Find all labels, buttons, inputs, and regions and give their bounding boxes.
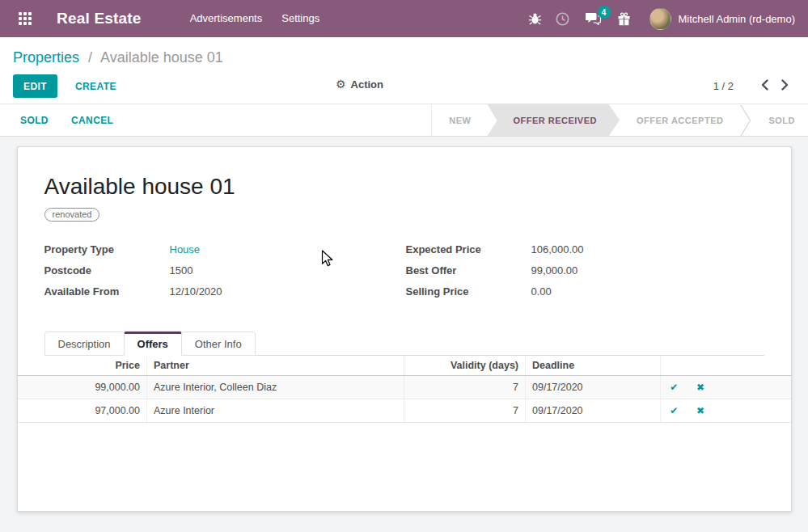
field-property-type: Property Type House [44, 243, 406, 255]
field-available-from: Available From 12/10/2020 [44, 285, 406, 298]
form-view-background: Available house 01 renovated Property Ty… [0, 146, 808, 532]
property-type-link[interactable]: House [170, 243, 201, 255]
gear-icon: ⚙ [336, 78, 346, 91]
control-panel: Properties / Available house 01 EDIT CRE… [0, 37, 808, 104]
stage-separator-icon [740, 104, 751, 136]
cancel-button[interactable]: CANCEL [71, 115, 113, 126]
stage-offer-received[interactable]: OFFER RECEIVED [487, 104, 620, 136]
sold-button[interactable]: SOLD [20, 115, 49, 126]
breadcrumb: Properties / Available house 01 [13, 48, 795, 67]
column-header-partner[interactable]: Partner [147, 356, 404, 376]
user-name: Mitchell Admin (rd-demo) [679, 13, 796, 25]
tab-description[interactable]: Description [44, 331, 125, 356]
apps-grid-icon [19, 12, 32, 25]
column-header-price[interactable]: Price [18, 356, 147, 376]
field-groups: Property Type House Postcode 1500 Availa… [44, 243, 764, 306]
offer-deadline[interactable]: 09/17/2020 [526, 376, 661, 399]
offer-price[interactable]: 99,000.00 [18, 376, 147, 399]
breadcrumb-properties-link[interactable]: Properties [13, 49, 79, 65]
messages-count-badge: 4 [598, 6, 611, 19]
offer-validity[interactable]: 7 [404, 376, 526, 399]
offer-validity[interactable]: 7 [404, 399, 526, 423]
navbar-systray: 4 Mitchell Admin (rd-demo) [522, 0, 796, 37]
menu-advertisements[interactable]: Advertisements [180, 0, 273, 37]
pager-value[interactable]: 1 / 2 [713, 80, 734, 92]
field-best-offer: Best Offer 99,000.00 [406, 264, 584, 277]
stage-pipeline: NEW OFFER RECEIVED OFFER ACCEPTED SOLD [431, 104, 808, 136]
app-brand[interactable]: Real Estate [57, 10, 142, 27]
chevron-right-icon [781, 79, 789, 91]
accept-offer-button[interactable]: ✔ [666, 382, 681, 393]
accept-offer-button[interactable]: ✔ [666, 405, 681, 416]
top-menu: Advertisements Settings [180, 0, 330, 37]
activities-button[interactable] [549, 0, 577, 37]
refuse-offer-button[interactable]: ✖ [693, 382, 708, 393]
form-statusbar: SOLD CANCEL NEW OFFER RECEIVED OFFER ACC… [0, 104, 808, 137]
offer-deadline[interactable]: 09/17/2020 [526, 399, 661, 423]
messages-button[interactable]: 4 [577, 0, 611, 37]
tab-offers[interactable]: Offers [124, 331, 182, 356]
stage-offer-accepted[interactable]: OFFER ACCEPTED [620, 104, 740, 136]
stage-sold[interactable]: SOLD [751, 104, 808, 136]
field-expected-price: Expected Price 106,000.00 [406, 243, 584, 255]
user-avatar [649, 8, 671, 30]
bug-icon [528, 12, 542, 25]
offer-partner[interactable]: Azure Interior, Colleen Diaz [147, 376, 404, 399]
breadcrumb-separator: / [88, 49, 92, 65]
chevron-left-icon [761, 79, 768, 91]
tab-other-info[interactable]: Other Info [181, 331, 256, 356]
offer-price[interactable]: 97,000.00 [18, 399, 147, 423]
pager-previous-button[interactable] [755, 79, 775, 93]
offer-row[interactable]: 97,000.00 Azure Interior 7 09/17/2020 ✔ … [18, 399, 791, 423]
tag-renovated: renovated [44, 208, 100, 222]
create-button[interactable]: CREATE [69, 81, 123, 92]
field-group-left: Property Type House Postcode 1500 Availa… [44, 243, 406, 306]
notebook: Description Offers Other Info Price Part… [44, 331, 764, 423]
statusbar-buttons: SOLD CANCEL [0, 104, 136, 136]
column-header-validity[interactable]: Validity (days) [404, 356, 526, 376]
field-postcode: Postcode 1500 [44, 264, 406, 277]
apps-menu-button[interactable] [13, 6, 37, 31]
field-selling-price: Selling Price 0.00 [406, 285, 584, 298]
breadcrumb-current: Available house 01 [100, 49, 223, 65]
offer-partner[interactable]: Azure Interior [147, 399, 404, 423]
stage-new[interactable]: NEW [432, 104, 488, 136]
field-group-right: Expected Price 106,000.00 Best Offer 99,… [406, 243, 584, 306]
gift-icon [617, 12, 631, 26]
user-menu[interactable]: Mitchell Admin (rd-demo) [649, 8, 796, 30]
offers-table-header-row: Price Partner Validity (days) Deadline [18, 356, 791, 376]
menu-settings[interactable]: Settings [272, 0, 329, 37]
offer-row[interactable]: 99,000.00 Azure Interior, Colleen Diaz 7… [18, 376, 791, 399]
rewards-button[interactable] [611, 0, 638, 37]
debug-bug-button[interactable] [522, 0, 549, 37]
record-title: Available house 01 [44, 173, 764, 201]
top-navbar: Real Estate Advertisements Settings [0, 0, 808, 37]
refuse-offer-button[interactable]: ✖ [693, 405, 708, 416]
pager: 1 / 2 [713, 79, 795, 93]
clock-icon [556, 12, 569, 26]
action-menu-button[interactable]: ⚙ Action [336, 78, 383, 91]
control-panel-buttons: EDIT CREATE ⚙ Action 1 / 2 [13, 74, 795, 98]
edit-button[interactable]: EDIT [13, 74, 57, 98]
column-header-deadline[interactable]: Deadline [526, 356, 661, 376]
offers-table: Price Partner Validity (days) Deadline 9… [18, 356, 791, 423]
form-sheet: Available house 01 renovated Property Ty… [17, 146, 792, 512]
notebook-tabs: Description Offers Other Info [44, 331, 764, 356]
pager-next-button[interactable] [775, 79, 795, 93]
